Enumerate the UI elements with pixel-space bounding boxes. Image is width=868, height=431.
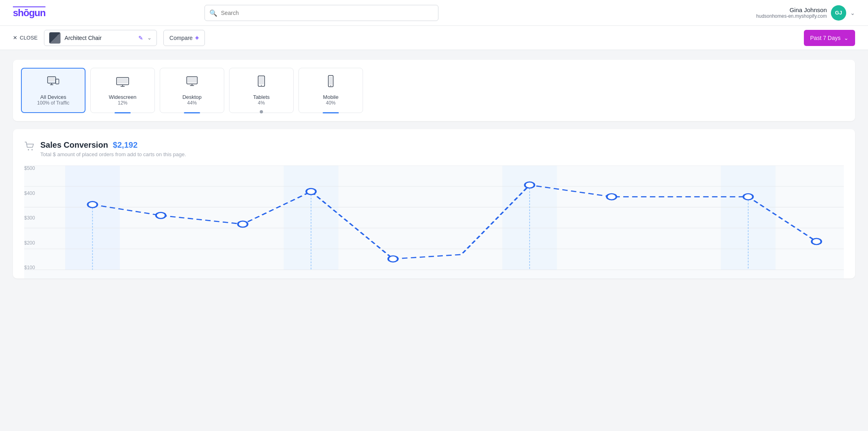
compare-label: Compare (169, 35, 193, 41)
svg-point-40 (388, 256, 398, 262)
y-label-100: $100 (24, 265, 35, 270)
svg-rect-10 (188, 77, 196, 83)
desktop-pct: 44% (187, 100, 197, 106)
card-subtitle: Total $ amount of placed orders from add… (40, 151, 186, 157)
close-icon: ✕ (13, 35, 17, 41)
y-label-300: $300 (24, 215, 35, 221)
tablets-icon (254, 75, 269, 91)
card-title-row: Sales Conversion $2,192 (40, 140, 186, 150)
svg-point-42 (607, 194, 616, 200)
svg-point-37 (156, 212, 166, 218)
device-tab-desktop[interactable]: Desktop 44% (160, 68, 224, 113)
tablets-label: Tablets (253, 94, 269, 100)
device-tabs-card: All Devices 100% of Traffic Widescreen 1… (13, 60, 855, 121)
widescreen-pct: 12% (118, 100, 127, 106)
toolbar: ✕ CLOSE Architect Chair ✎ ⌄ Compare + Pa… (0, 26, 868, 50)
widescreen-label: Widescreen (109, 94, 137, 100)
user-section: Gina Johnson hudsonhomes-en.myshopify.co… (756, 5, 855, 21)
tablets-dot (260, 110, 263, 113)
device-tabs: All Devices 100% of Traffic Widescreen 1… (21, 68, 847, 113)
widescreen-bar (115, 112, 131, 113)
mobile-label: Mobile (323, 94, 338, 100)
user-name: Gina Johnson (756, 6, 827, 13)
close-label: CLOSE (20, 35, 38, 41)
search-icon: 🔍 (209, 9, 217, 17)
all-devices-icon (46, 75, 61, 91)
compare-button[interactable]: Compare + (163, 30, 205, 46)
svg-rect-14 (259, 77, 264, 84)
close-button[interactable]: ✕ CLOSE (13, 35, 38, 41)
svg-point-19 (28, 149, 29, 151)
edit-page-icon[interactable]: ✎ (138, 35, 143, 41)
user-menu-chevron[interactable]: ⌄ (850, 10, 855, 16)
search-bar-container: 🔍 (204, 5, 438, 21)
y-label-500: $500 (24, 165, 35, 171)
main-content: All Devices 100% of Traffic Widescreen 1… (0, 50, 868, 288)
all-devices-pct: 100% of Traffic (37, 100, 69, 106)
widescreen-icon (115, 75, 130, 91)
desktop-label: Desktop (182, 94, 202, 100)
sales-chart (24, 165, 844, 278)
card-title-group: Sales Conversion $2,192 Total $ amount o… (40, 140, 186, 157)
compare-plus-icon: + (195, 34, 199, 42)
all-devices-label: All Devices (40, 94, 66, 100)
svg-point-43 (743, 194, 753, 200)
desktop-icon (185, 75, 199, 91)
user-meta: Gina Johnson hudsonhomes-en.myshopify.co… (756, 6, 827, 19)
tablets-pct: 4% (258, 100, 265, 106)
svg-rect-25 (721, 165, 775, 270)
avatar[interactable]: GJ (831, 5, 846, 21)
svg-rect-6 (117, 78, 128, 84)
analytics-card: Sales Conversion $2,192 Total $ amount o… (13, 129, 855, 278)
svg-rect-4 (56, 79, 59, 84)
card-header: Sales Conversion $2,192 Total $ amount o… (24, 140, 844, 157)
svg-rect-23 (284, 165, 338, 270)
device-tab-mobile[interactable]: Mobile 40% (298, 68, 363, 113)
page-name-label: Architect Chair (65, 35, 134, 41)
device-tab-tablets[interactable]: Tablets 4% (229, 68, 294, 113)
svg-point-38 (238, 221, 248, 227)
app-header: shōgun 🔍 Gina Johnson hudsonhomes-en.mys… (0, 0, 868, 26)
y-label-400: $400 (24, 190, 35, 196)
device-tab-widescreen[interactable]: Widescreen 12% (90, 68, 155, 113)
card-value: $2,192 (113, 140, 138, 150)
card-title-text: Sales Conversion (40, 140, 108, 150)
mobile-icon (323, 75, 338, 91)
app-logo: shōgun (13, 7, 46, 19)
chart-area: $500 $400 $300 $200 $100 (24, 165, 844, 278)
svg-point-20 (31, 149, 33, 151)
svg-point-18 (330, 86, 331, 86)
svg-rect-1 (48, 77, 55, 82)
search-input[interactable] (204, 5, 438, 21)
page-selector-chevron: ⌄ (147, 35, 152, 41)
date-range-chevron-icon: ⌄ (844, 35, 849, 41)
y-label-200: $200 (24, 240, 35, 246)
page-thumbnail (49, 32, 61, 44)
svg-point-44 (812, 239, 821, 245)
page-selector[interactable]: Architect Chair ✎ ⌄ (44, 30, 157, 46)
date-range-button[interactable]: Past 7 Days ⌄ (804, 30, 855, 46)
user-shop: hudsonhomes-en.myshopify.com (756, 13, 827, 19)
cart-icon (24, 141, 35, 154)
svg-point-36 (88, 201, 97, 207)
svg-point-15 (261, 85, 262, 86)
svg-rect-17 (329, 77, 332, 85)
mobile-bar (323, 112, 339, 113)
mobile-pct: 40% (326, 100, 336, 106)
svg-rect-24 (502, 165, 557, 270)
svg-point-41 (525, 182, 534, 188)
date-range-label: Past 7 Days (810, 35, 841, 41)
svg-point-39 (306, 188, 316, 195)
device-tab-all[interactable]: All Devices 100% of Traffic (21, 68, 86, 113)
desktop-bar (184, 112, 200, 113)
